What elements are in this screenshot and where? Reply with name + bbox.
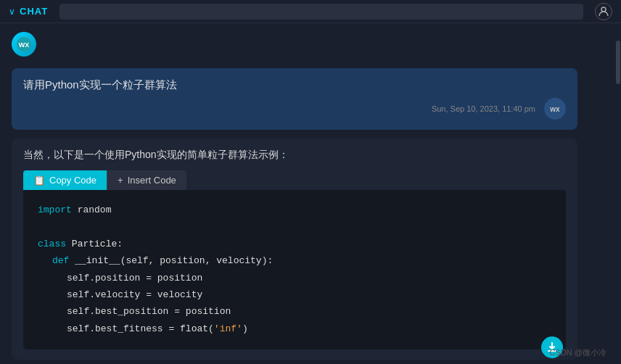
search-input[interactable]	[59, 4, 583, 20]
insert-icon: +	[118, 175, 123, 186]
code-line: import random	[38, 202, 551, 218]
code-line: self.best_fitness = float('inf')	[38, 320, 551, 337]
header-title: CHAT	[20, 6, 48, 17]
scrollbar-thumb[interactable]	[616, 41, 620, 84]
svg-point-0	[601, 7, 606, 12]
code-block: import random class Particle: def __init…	[23, 190, 566, 349]
user-message-meta: Sun, Sep 10, 2023, 11:40 pm wx	[23, 98, 566, 120]
copy-icon: 📋	[33, 175, 45, 186]
code-line: self.best_position = position	[38, 303, 551, 320]
code-toolbar: 📋 Copy Code + Insert Code	[23, 170, 566, 190]
code-line: self.velocity = velocity	[38, 286, 551, 303]
code-line: self.position = position	[38, 270, 551, 286]
code-line	[38, 337, 551, 349]
user-message-text: 请用Python实现一个粒子群算法	[23, 78, 566, 92]
code-line	[38, 218, 551, 235]
ai-response-text: 当然，以下是一个使用Python实现的简单粒子群算法示例：	[23, 149, 566, 162]
insert-code-label: Insert Code	[128, 175, 176, 186]
chevron-icon: ∨	[9, 7, 15, 17]
ai-response: 当然，以下是一个使用Python实现的简单粒子群算法示例： 📋 Copy Cod…	[12, 138, 577, 360]
copy-code-button[interactable]: 📋 Copy Code	[23, 170, 107, 190]
code-line: class Particle:	[38, 236, 551, 252]
code-line: def __init__(self, position, velocity):	[38, 252, 551, 269]
avatar: WX	[12, 32, 36, 57]
insert-code-button[interactable]: + Insert Code	[107, 170, 186, 190]
user-badge: wx	[544, 98, 566, 120]
header-left: ∨ CHAT	[9, 6, 48, 17]
message-timestamp: Sun, Sep 10, 2023, 11:40 pm	[432, 104, 535, 113]
chat-area: WX 请用Python实现一个粒子群算法 Sun, Sep 10, 2023, …	[0, 23, 615, 364]
main-area: WX 请用Python实现一个粒子群算法 Sun, Sep 10, 2023, …	[0, 23, 621, 364]
user-profile-icon[interactable]	[595, 3, 612, 20]
copy-code-label: Copy Code	[49, 175, 96, 186]
user-message: 请用Python实现一个粒子群算法 Sun, Sep 10, 2023, 11:…	[12, 68, 577, 130]
user-avatar-row: WX	[12, 32, 604, 59]
watermark: CSDN @微小冷	[550, 347, 606, 358]
scrollbar[interactable]	[615, 23, 621, 364]
header: ∨ CHAT	[0, 0, 621, 23]
svg-text:WX: WX	[19, 41, 30, 49]
